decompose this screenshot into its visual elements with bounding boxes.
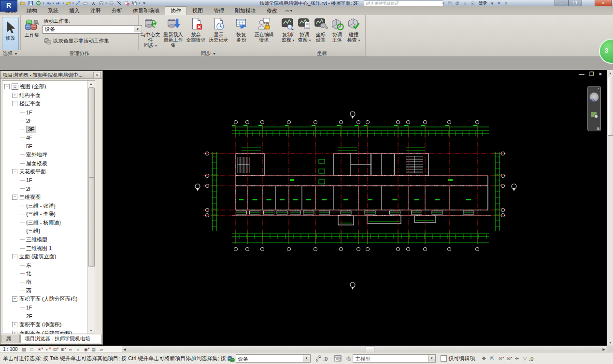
- tree-item-1F[interactable]: 1F: [2, 303, 95, 312]
- view-minimize-icon[interactable]: —: [579, 71, 584, 77]
- tree-item-面积平面(净面积)[interactable]: +面积平面 (净面积): [2, 321, 95, 329]
- tree-item-结构平面[interactable]: +结构平面: [2, 91, 95, 100]
- show-constraints-icon[interactable]: ▱: [98, 347, 105, 352]
- tree-item-三维模型[interactable]: 三维模型: [2, 236, 95, 244]
- interference-check-button[interactable]: 碰撞检查 ▾: [345, 17, 362, 43]
- visual-style-icon[interactable]: □: [29, 347, 35, 352]
- scroll-up-icon[interactable]: ▲: [88, 81, 94, 87]
- ribbon-tab-分析[interactable]: 分析: [106, 7, 128, 15]
- measure-icon[interactable]: [65, 0, 72, 6]
- reload-latest-button[interactable]: 重新载入最新工作集: [162, 17, 185, 48]
- section-icon[interactable]: [108, 0, 115, 6]
- signin-icon[interactable]: ☉: [471, 0, 475, 6]
- collapse-icon[interactable]: −: [12, 101, 17, 106]
- ribbon-display-toggle[interactable]: ▭ ▾: [283, 7, 295, 15]
- text-icon[interactable]: A: [90, 0, 97, 6]
- view-restore-icon[interactable]: ❐: [589, 71, 594, 77]
- ribbon-tab-协作[interactable]: 协作: [165, 6, 187, 15]
- tree-item-三维-李枭[interactable]: {三维 - 李枭}: [2, 210, 95, 219]
- tree-item-2F[interactable]: 2F: [2, 312, 95, 321]
- ribbon-tab-系统[interactable]: 系统: [43, 7, 64, 15]
- save-icon[interactable]: [27, 0, 34, 6]
- ribbon-tab-体量和场地[interactable]: 体量和场地: [128, 7, 165, 15]
- tree-item-5F[interactable]: 5F: [2, 142, 95, 151]
- tree-item-西[interactable]: 西: [2, 286, 95, 295]
- panel-caption-sync[interactable]: 同步 ▼: [138, 50, 279, 56]
- tree-item-室外地坪[interactable]: 室外地坪: [2, 151, 95, 159]
- application-menu-button[interactable]: R: [0, 0, 17, 12]
- tag-icon[interactable]: [82, 0, 89, 6]
- filter-icon[interactable]: ▽: [521, 355, 529, 362]
- tree-item-2F[interactable]: 2F: [2, 116, 95, 125]
- tree-item-三维视图[interactable]: −三维视图: [2, 193, 95, 202]
- editable-only-checkbox[interactable]: [441, 355, 447, 362]
- exchange-apps-icon[interactable]: ✕: [497, 0, 501, 6]
- ribbon-tab-修改[interactable]: 修改: [261, 7, 283, 15]
- maximize-button[interactable]: ❐: [568, 0, 582, 6]
- temporary-hide-isolate-icon[interactable]: ∞: [67, 347, 74, 352]
- temporary-view-properties-icon[interactable]: ▤: [90, 347, 97, 352]
- thin-lines-icon[interactable]: [115, 0, 123, 6]
- infocenter-search-input[interactable]: 键入关键字或短语: [364, 0, 443, 6]
- active-workset-combobox[interactable]: 设备 ▼: [43, 25, 142, 34]
- undo-icon-menu[interactable]: ▾: [53, 1, 55, 5]
- communication-icon[interactable]: ✆: [456, 0, 459, 6]
- switch-windows-icon[interactable]: [131, 0, 138, 6]
- design-options-dialog-icon[interactable]: [334, 355, 342, 363]
- panel-caption-coordinate[interactable]: 坐标: [279, 50, 365, 56]
- signin-menu-icon[interactable]: ▾: [491, 0, 494, 6]
- tree-item-东[interactable]: 东: [2, 261, 95, 269]
- coordination-review-button[interactable]: 协调查阅 ▾: [296, 17, 313, 43]
- expand-icon[interactable]: +: [12, 331, 17, 334]
- show-crop-region-icon[interactable]: ⊞×: [59, 347, 66, 352]
- vscroll-down-icon[interactable]: ▼: [607, 339, 613, 346]
- open-icon[interactable]: [19, 0, 27, 6]
- collapse-icon[interactable]: −: [12, 296, 17, 302]
- collapse-icon[interactable]: −: [4, 84, 10, 89]
- tree-item-3F[interactable]: 3F: [2, 125, 95, 134]
- tree-item-2F[interactable]: 2F: [2, 184, 95, 193]
- tree-item-三维视图1[interactable]: 三维视图 1: [2, 244, 95, 252]
- project-browser-titlebar[interactable]: 项目浏览器 - 技师学院机电培训中...: [0, 71, 102, 79]
- measure-icon-menu[interactable]: ▾: [72, 1, 74, 5]
- gray-inactive-worksets-toggle[interactable]: 以灰色显示非活动工作集: [43, 37, 109, 45]
- switch-windows-icon-menu[interactable]: ▾: [139, 1, 141, 5]
- close-inactive-views-icon[interactable]: [123, 0, 130, 6]
- navbar-more-icon[interactable]: ⊞: [597, 127, 599, 131]
- sun-path-icon[interactable]: ☀×: [36, 347, 43, 352]
- view-close-icon[interactable]: ×: [599, 71, 602, 77]
- copy-monitor-button[interactable]: 复制/监视 ▾: [280, 17, 296, 43]
- vscroll-thumb[interactable]: [608, 77, 613, 136]
- panel-caption-manage[interactable]: 管理协作: [20, 50, 138, 56]
- design-option-combobox[interactable]: 主模型 ▼: [353, 354, 436, 363]
- communication-center-badge[interactable]: 3: [599, 39, 613, 64]
- tree-item-面积平面(人防分区面积)[interactable]: −面积平面 (人防分区面积): [2, 295, 95, 304]
- ribbon-tab-附加模块[interactable]: 附加模块: [229, 7, 261, 15]
- reveal-hidden-elements-icon[interactable]: ☼: [75, 347, 82, 352]
- coordination-settings-button[interactable]: 坐标设置: [313, 17, 329, 43]
- tree-item-天花板平面[interactable]: −天花板平面: [2, 168, 95, 176]
- tree-scrollbar-thumb[interactable]: [88, 87, 95, 267]
- ribbon-tab-结构[interactable]: 结构: [21, 7, 43, 15]
- select-underlay-icon[interactable]: ⇱: [488, 355, 496, 362]
- editing-requests-button[interactable]: 正在编辑请求: [253, 17, 275, 48]
- combo-dropdown-icon[interactable]: ▼: [428, 355, 435, 362]
- undo-icon[interactable]: [45, 0, 52, 6]
- expand-icon[interactable]: +: [12, 322, 17, 327]
- select-by-face-icon[interactable]: ⊠×: [504, 355, 513, 362]
- tree-item-楼层平面[interactable]: −楼层平面: [2, 99, 95, 108]
- tree-item-南[interactable]: 南: [2, 278, 95, 287]
- drag-on-selection-icon[interactable]: ✛: [513, 355, 521, 362]
- redo-icon[interactable]: [55, 0, 62, 6]
- tree-item-三维-杨雨迪[interactable]: {三维 - 杨雨迪}: [2, 219, 95, 227]
- shadows-icon[interactable]: ◐×: [44, 347, 51, 352]
- active-only-icon[interactable]: [344, 355, 352, 363]
- tree-item-屋面楼板[interactable]: 屋面楼板: [2, 159, 95, 168]
- view-scale-button[interactable]: 1 : 100: [3, 347, 18, 352]
- vertical-scrollbar[interactable]: ▲ ▼: [607, 70, 613, 346]
- tree-item-北[interactable]: 北: [2, 269, 95, 278]
- editing-requests-icon[interactable]: [314, 355, 322, 363]
- modify-button[interactable]: 修改: [2, 17, 19, 52]
- expand-icon[interactable]: +: [12, 93, 17, 98]
- tree-item-三维-张洋[interactable]: {三维 - 张洋}: [2, 201, 95, 210]
